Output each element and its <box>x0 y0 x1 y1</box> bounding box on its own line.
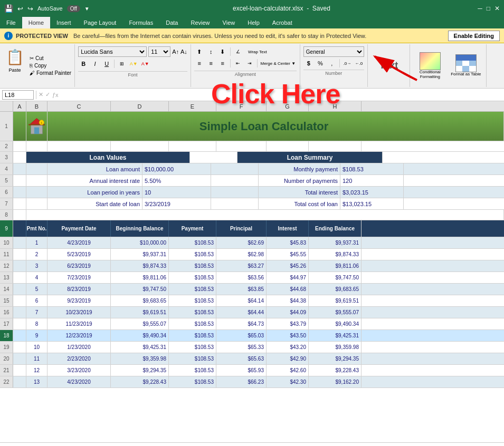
autosave-toggle[interactable]: Off <box>67 5 80 12</box>
conditional-formatting-button[interactable]: Conditional Formatting <box>413 52 447 80</box>
font-name-select[interactable]: Lucida Sans <box>78 46 147 57</box>
cell-pmt-spacer[interactable] <box>13 307 26 318</box>
cell-payment[interactable]: $108.53 <box>169 260 216 272</box>
formula-input[interactable] <box>61 92 502 98</box>
tab-help[interactable]: Help <box>241 17 266 28</box>
cell-beg-balance[interactable]: $9,228.43 <box>111 376 169 387</box>
cell-interest[interactable]: $44.97 <box>267 272 309 283</box>
header-principal[interactable]: Principal <box>216 220 267 237</box>
cell-beg-balance[interactable]: $9,937.31 <box>111 249 169 260</box>
cell-e3[interactable] <box>190 152 237 163</box>
total-cost-value[interactable]: $13,023.15 <box>340 198 404 209</box>
maximize-btn[interactable]: □ <box>487 5 490 12</box>
confirm-formula-icon[interactable]: ✓ <box>45 91 50 98</box>
cell-pmt-num[interactable]: 10 <box>26 342 47 353</box>
cancel-formula-icon[interactable]: ✕ <box>39 91 43 98</box>
cell-payment[interactable]: $108.53 <box>169 295 216 306</box>
tab-home[interactable]: Home <box>22 17 50 28</box>
cell-g2[interactable] <box>267 141 309 151</box>
cell-payment[interactable]: $108.53 <box>169 307 216 318</box>
align-top-button[interactable]: ⬆ <box>194 46 205 57</box>
cell-h1[interactable] <box>451 112 504 141</box>
cell-g1[interactable] <box>409 112 451 141</box>
cell-beg-balance[interactable]: $9,555.07 <box>111 318 169 329</box>
cell-reference-input[interactable] <box>2 90 34 100</box>
increase-font-button[interactable]: A↑ <box>172 49 179 55</box>
decrease-decimal-button[interactable]: ←.0 <box>354 58 364 69</box>
cell-b1[interactable]: $ <box>26 112 47 141</box>
cell-principal[interactable]: $63.56 <box>216 272 267 283</box>
decrease-indent-button[interactable]: ⇤ <box>233 58 243 69</box>
cell-interest[interactable]: $44.09 <box>267 307 309 318</box>
dropdown-arrow[interactable]: ▼ <box>84 6 90 12</box>
cell-pmt-num[interactable]: 9 <box>26 330 47 341</box>
insert-function-icon[interactable]: ƒx <box>52 92 59 98</box>
cell-pmt-spacer[interactable] <box>13 260 26 272</box>
header-interest[interactable]: Interest <box>267 220 309 237</box>
enable-editing-button[interactable]: Enable Editing <box>448 31 500 41</box>
cell-beg-balance[interactable]: $9,490.34 <box>111 330 169 341</box>
cell-payment-date[interactable]: 10/23/2019 <box>47 307 111 318</box>
cell-pmt-spacer[interactable] <box>13 272 26 283</box>
format-table-button[interactable]: Format as Table <box>449 54 483 77</box>
underline-button[interactable]: U <box>101 59 112 69</box>
cell-b2[interactable] <box>26 141 47 151</box>
merge-center-button[interactable]: Merge & Center ▼ <box>260 58 297 69</box>
percent-button[interactable]: % <box>315 58 326 69</box>
cell-pmt-num[interactable]: 6 <box>26 295 47 306</box>
cell-principal[interactable]: $65.33 <box>216 342 267 353</box>
close-btn[interactable]: ✕ <box>495 5 500 12</box>
cell-end-balance[interactable]: $9,619.51 <box>309 295 362 306</box>
loan-period-label[interactable]: Loan period in years <box>47 187 142 198</box>
cell-beg-balance[interactable]: $9,747.50 <box>111 284 169 295</box>
cell-payment[interactable]: $108.53 <box>169 365 216 376</box>
cell-payment[interactable]: $108.53 <box>169 284 216 295</box>
cell-beg-balance[interactable]: $9,425.31 <box>111 342 169 353</box>
cell-principal[interactable]: $66.23 <box>216 376 267 387</box>
cell-beg-balance[interactable]: $9,294.35 <box>111 365 169 376</box>
cell-pmt-num[interactable]: 7 <box>26 307 47 318</box>
col-header-f[interactable]: F <box>216 101 267 111</box>
cell-payment-date[interactable]: 11/23/2019 <box>47 318 111 329</box>
header-end-balance[interactable]: Ending Balance <box>309 220 362 237</box>
cell-end-balance[interactable]: $9,162.20 <box>309 376 362 387</box>
loan-values-header[interactable]: Loan Values <box>26 152 190 163</box>
cell-end-balance[interactable]: $9,425.31 <box>309 330 362 341</box>
cell-beg-balance[interactable]: $9,359.98 <box>111 353 169 364</box>
cell-c2[interactable] <box>47 141 111 151</box>
cell-payment-date[interactable]: 5/23/2019 <box>47 249 111 260</box>
monthly-payment-label[interactable]: Monthly payment <box>259 163 340 174</box>
tab-file[interactable]: File <box>0 17 22 28</box>
bold-button[interactable]: B <box>78 59 89 69</box>
cell-interest[interactable]: $43.79 <box>267 318 309 329</box>
cell-a5[interactable] <box>13 175 26 186</box>
loan-period-value[interactable]: 10 <box>142 187 211 198</box>
cell-payment[interactable]: $108.53 <box>169 272 216 283</box>
cell-b7[interactable] <box>26 198 47 209</box>
cell-d2[interactable] <box>111 141 169 151</box>
border-button[interactable]: ⊞ <box>117 59 127 69</box>
header-pmt-no[interactable]: Pmt No. <box>26 220 47 237</box>
cell-e4[interactable] <box>211 163 259 174</box>
monthly-payment-value[interactable]: $108.53 <box>340 163 404 174</box>
header-payment[interactable]: Payment <box>169 220 216 237</box>
interest-rate-value[interactable]: 5.50% <box>142 175 211 186</box>
align-center-button[interactable]: ≡ <box>206 58 216 69</box>
cell-interest[interactable]: $42.60 <box>267 365 309 376</box>
italic-button[interactable]: I <box>90 59 100 69</box>
font-size-select[interactable]: 11 <box>148 46 170 57</box>
cell-payment-date[interactable]: 9/23/2019 <box>47 295 111 306</box>
cell-beg-balance[interactable]: $9,683.65 <box>111 295 169 306</box>
cell-end-balance[interactable]: $9,811.06 <box>309 260 362 272</box>
cell-pmt-num[interactable]: 3 <box>26 260 47 272</box>
cell-c1[interactable] <box>47 112 111 141</box>
interest-rate-label[interactable]: Annual interest rate <box>47 175 142 186</box>
cell-interest[interactable]: $43.50 <box>267 330 309 341</box>
col-header-a[interactable]: A <box>13 101 26 111</box>
cell-interest[interactable]: $45.55 <box>267 249 309 260</box>
comma-button[interactable]: , <box>327 58 337 69</box>
cell-beg-balance[interactable]: $9,811.06 <box>111 272 169 283</box>
cell-pmt-num[interactable]: 5 <box>26 284 47 295</box>
save-icon[interactable]: 💾 <box>4 4 13 13</box>
cell-payment[interactable]: $108.53 <box>169 249 216 260</box>
